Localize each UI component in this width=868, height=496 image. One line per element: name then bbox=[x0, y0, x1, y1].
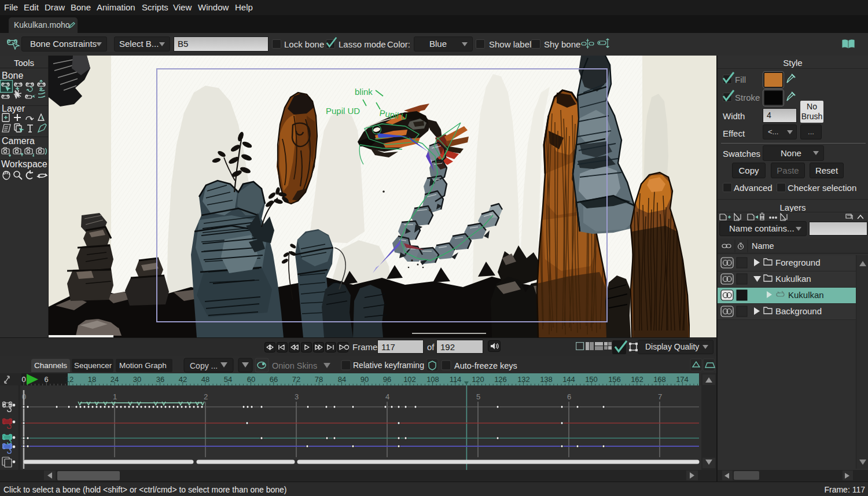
svg-text:7: 7 bbox=[658, 392, 662, 401]
svg-text:162: 162 bbox=[631, 375, 643, 384]
svg-text:174: 174 bbox=[676, 375, 689, 384]
svg-text:Foreground: Foreground bbox=[775, 258, 821, 267]
svg-text:Channels: Channels bbox=[34, 361, 67, 370]
svg-text:48: 48 bbox=[201, 375, 209, 384]
svg-text:3: 3 bbox=[295, 392, 299, 401]
svg-text:18: 18 bbox=[88, 375, 96, 384]
svg-text:Sequencer: Sequencer bbox=[74, 361, 112, 370]
svg-text:156: 156 bbox=[608, 375, 621, 384]
svg-text:120: 120 bbox=[472, 375, 484, 384]
svg-text:108: 108 bbox=[426, 375, 439, 384]
svg-text:Auto-freeze keys: Auto-freeze keys bbox=[454, 361, 517, 370]
svg-text:6: 6 bbox=[567, 392, 571, 401]
svg-text:60: 60 bbox=[247, 375, 255, 384]
svg-text:42: 42 bbox=[179, 375, 187, 384]
svg-text:Motion Graph: Motion Graph bbox=[119, 361, 167, 370]
svg-text:138: 138 bbox=[540, 375, 553, 384]
svg-text:54: 54 bbox=[224, 375, 232, 384]
svg-text:Relative keyframing: Relative keyframing bbox=[353, 361, 424, 370]
svg-text:90: 90 bbox=[361, 375, 369, 384]
svg-text:144: 144 bbox=[562, 375, 575, 384]
svg-text:Pupil UD: Pupil UD bbox=[326, 106, 360, 116]
svg-text:150: 150 bbox=[585, 375, 598, 384]
svg-text:168: 168 bbox=[653, 375, 666, 384]
svg-text:126: 126 bbox=[494, 375, 507, 384]
svg-text:6: 6 bbox=[44, 375, 48, 384]
svg-text:Name: Name bbox=[752, 241, 774, 251]
svg-text:72: 72 bbox=[292, 375, 300, 384]
svg-text:66: 66 bbox=[270, 375, 278, 384]
svg-text:Background: Background bbox=[775, 306, 822, 316]
svg-text:84: 84 bbox=[338, 375, 346, 384]
svg-text:0: 0 bbox=[21, 375, 25, 384]
svg-text:114: 114 bbox=[450, 375, 462, 384]
svg-text:2: 2 bbox=[204, 392, 208, 401]
svg-text:4: 4 bbox=[385, 392, 389, 401]
svg-text:Copy ...: Copy ... bbox=[190, 361, 218, 370]
svg-text:78: 78 bbox=[315, 375, 323, 384]
svg-text:5: 5 bbox=[476, 392, 480, 401]
svg-text:1: 1 bbox=[113, 392, 117, 401]
svg-text:132: 132 bbox=[517, 375, 530, 384]
svg-text:30: 30 bbox=[133, 375, 141, 384]
svg-text:Kukulkan: Kukulkan bbox=[788, 290, 824, 300]
svg-text:24: 24 bbox=[111, 375, 119, 384]
svg-text:102: 102 bbox=[403, 375, 416, 384]
svg-text:36: 36 bbox=[156, 375, 164, 384]
svg-text:Onion Skins: Onion Skins bbox=[272, 361, 317, 370]
svg-text:12: 12 bbox=[65, 375, 73, 384]
svg-text:blink: blink bbox=[355, 87, 373, 97]
svg-text:Kukulkan: Kukulkan bbox=[775, 274, 811, 284]
svg-text:96: 96 bbox=[383, 375, 391, 384]
